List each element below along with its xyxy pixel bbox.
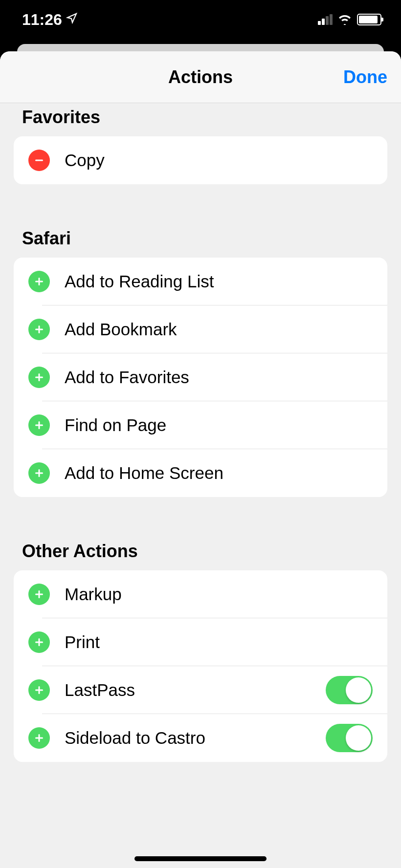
svg-rect-2	[35, 281, 43, 282]
svg-rect-18	[35, 738, 43, 739]
row-label: Add Bookmark	[65, 320, 373, 339]
section-header-safari: Safari	[0, 184, 401, 258]
list-item[interactable]: Copy	[14, 136, 387, 184]
row-label: Add to Reading List	[65, 272, 373, 291]
list-item[interactable]: Add Bookmark	[14, 305, 387, 353]
add-icon[interactable]	[28, 414, 50, 436]
row-label: Add to Favorites	[65, 368, 373, 387]
favorites-list: Copy	[14, 136, 387, 184]
home-indicator[interactable]	[134, 856, 267, 861]
add-icon[interactable]	[28, 271, 50, 292]
row-label: Add to Home Screen	[65, 463, 373, 483]
svg-rect-16	[35, 690, 43, 691]
list-item[interactable]: Add to Home Screen	[14, 449, 387, 497]
cellular-icon	[318, 14, 333, 25]
status-time: 11:26	[22, 11, 78, 29]
svg-rect-10	[35, 473, 43, 474]
list-item[interactable]: Add to Reading List	[14, 258, 387, 305]
list-item[interactable]: Sideload to Castro	[14, 714, 387, 762]
add-icon[interactable]	[28, 367, 50, 388]
status-right	[318, 14, 381, 25]
row-label: Print	[65, 632, 373, 652]
other-actions-list: Markup Print LastPass Sideload to Cast	[14, 570, 387, 762]
add-icon[interactable]	[28, 319, 50, 340]
section-header-favorites: Favorites	[0, 103, 401, 136]
status-bar: 11:26	[0, 0, 401, 44]
row-label: Markup	[65, 585, 373, 604]
time-text: 11:26	[22, 11, 62, 29]
location-icon	[66, 12, 78, 27]
list-item[interactable]: LastPass	[14, 666, 387, 714]
add-icon[interactable]	[28, 462, 50, 484]
wifi-icon	[337, 14, 352, 25]
done-button[interactable]: Done	[343, 67, 387, 87]
svg-rect-6	[35, 377, 43, 378]
sheet-title: Actions	[168, 67, 233, 87]
add-icon[interactable]	[28, 584, 50, 605]
remove-icon[interactable]	[28, 150, 50, 171]
actions-sheet: Actions Done Favorites Copy Safari Add t…	[0, 51, 401, 868]
svg-rect-14	[35, 642, 43, 643]
add-icon[interactable]	[28, 727, 50, 749]
list-item[interactable]: Find on Page	[14, 401, 387, 449]
row-label: LastPass	[65, 680, 326, 700]
row-label: Sideload to Castro	[65, 728, 326, 748]
toggle-switch[interactable]	[326, 724, 373, 752]
add-icon[interactable]	[28, 631, 50, 653]
sheet-header: Actions Done	[0, 51, 401, 103]
svg-rect-12	[35, 594, 43, 595]
section-header-other: Other Actions	[0, 497, 401, 570]
list-item[interactable]: Markup	[14, 570, 387, 618]
battery-icon	[357, 14, 381, 25]
add-icon[interactable]	[28, 679, 50, 701]
svg-rect-0	[35, 160, 43, 161]
list-item[interactable]: Print	[14, 618, 387, 666]
svg-rect-8	[35, 425, 43, 426]
list-item[interactable]: Add to Favorites	[14, 353, 387, 401]
svg-rect-4	[35, 329, 43, 330]
content: Favorites Copy Safari Add to Reading Lis…	[0, 103, 401, 762]
toggle-switch[interactable]	[326, 676, 373, 704]
row-label: Find on Page	[65, 415, 373, 435]
row-label: Copy	[65, 151, 373, 170]
safari-list: Add to Reading List Add Bookmark Add to …	[14, 258, 387, 497]
